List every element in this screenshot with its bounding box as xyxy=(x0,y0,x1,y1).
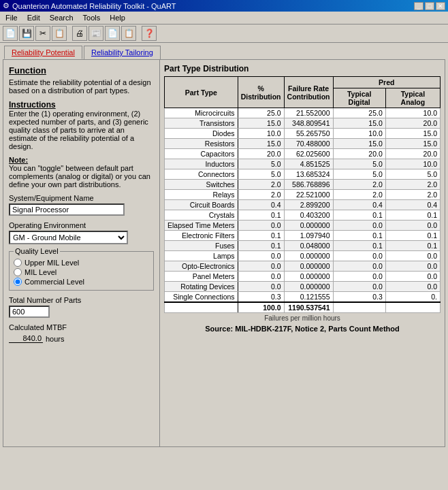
cell-pct: 15.0 xyxy=(238,118,284,129)
cell-part-name: Microcircuits xyxy=(165,108,238,118)
col-typical-analog: Typical Analog xyxy=(385,88,440,108)
part-type-header: Part Type Distribution xyxy=(164,64,441,74)
menu-tools[interactable]: Tools xyxy=(79,12,105,23)
new-button[interactable]: 📄 xyxy=(3,26,18,41)
cell-part-name: Inductors xyxy=(165,159,238,169)
mtbf-group: Calculated MTBF 840.0 hours xyxy=(9,323,154,343)
table-row: Single Connections 0.3 0.121555 0.3 0. xyxy=(165,292,441,303)
total-parts-group: Total Number of Parts xyxy=(9,296,154,318)
function-title: Function xyxy=(9,65,154,76)
cell-dig: 25.0 xyxy=(333,108,385,118)
left-panel: Function Estimate the reliability potent… xyxy=(3,60,160,446)
cell-fr: 4.851525 xyxy=(284,159,333,169)
env-dropdown[interactable]: GM - Ground Mobile xyxy=(9,231,128,244)
cell-dig: 0.0 xyxy=(333,272,385,282)
cell-fr: 13.685324 xyxy=(284,169,333,180)
menu-help[interactable]: Help xyxy=(106,12,129,23)
cell-dig: 5.0 xyxy=(333,159,385,169)
total-parts-label: Total Number of Parts xyxy=(9,296,154,304)
cell-dig: 5.0 xyxy=(333,169,385,180)
cell-ana: 10.0 xyxy=(385,159,440,169)
total-fr: 1190.537541 xyxy=(284,302,333,313)
cell-fr: 0.000000 xyxy=(284,272,333,282)
quality-radio-upper[interactable] xyxy=(14,259,22,267)
mtbf-unit: hours xyxy=(46,335,65,343)
maximize-button[interactable]: □ xyxy=(425,2,434,10)
cell-ana: 0.1 xyxy=(385,241,440,251)
total-parts-input[interactable] xyxy=(9,306,50,318)
cell-pct: 0.0 xyxy=(238,282,284,292)
tabs-row: Reliability Potential Reliability Tailor… xyxy=(0,43,448,59)
cell-fr: 0.048000 xyxy=(284,241,333,251)
cell-ana: 20.0 xyxy=(385,149,440,159)
cell-fr: 586.768896 xyxy=(284,180,333,190)
cell-part-name: Rotating Devices xyxy=(165,282,238,292)
cell-pct: 0.0 xyxy=(238,251,284,261)
table-row: Switches 2.0 586.768896 2.0 2.0 xyxy=(165,180,441,190)
cell-fr: 21.552000 xyxy=(284,108,333,118)
cell-pct: 0.0 xyxy=(238,220,284,231)
app-icon: ⚙ xyxy=(3,1,10,10)
cell-part-name: Electronic Filters xyxy=(165,231,238,241)
cell-part-name: Opto-Electronics xyxy=(165,261,238,272)
cut-button[interactable]: ✂ xyxy=(35,26,50,41)
quality-radio-mil[interactable] xyxy=(14,268,22,276)
print3-button[interactable]: 📄 xyxy=(105,26,120,41)
table-row: Connectors 5.0 13.685324 5.0 5.0 xyxy=(165,169,441,180)
data-table: Part Type %Distribution Failure RateCont… xyxy=(164,76,441,313)
cell-fr: 0.000000 xyxy=(284,220,333,231)
menu-search[interactable]: Search xyxy=(46,12,78,23)
toolbar: 📄 💾 ✂ 📋 🖨 📰 📄 📋 ❓ xyxy=(0,24,448,43)
source-text: Source: MIL-HDBK-217F, Notice 2, Parts C… xyxy=(164,325,441,333)
cell-ana: 0.0 xyxy=(385,272,440,282)
cell-fr: 0.000000 xyxy=(284,261,333,272)
cell-pct: 0.1 xyxy=(238,210,284,220)
total-ana xyxy=(385,302,440,313)
menu-edit[interactable]: Edit xyxy=(23,12,44,23)
note-title: Note: xyxy=(9,156,28,164)
print2-button[interactable]: 📰 xyxy=(89,26,103,41)
cell-ana: 10.0 xyxy=(385,108,440,118)
cell-part-name: Circuit Boards xyxy=(165,200,238,210)
env-label: Operating Environment xyxy=(9,221,154,229)
cell-fr: 2.899200 xyxy=(284,200,333,210)
quality-option-1: MIL Level xyxy=(14,268,149,276)
cell-fr: 348.809541 xyxy=(284,118,333,129)
mtbf-label: Calculated MTBF xyxy=(9,323,154,331)
cell-ana: 0.1 xyxy=(385,210,440,220)
cell-dig: 15.0 xyxy=(333,118,385,129)
help-button[interactable]: ❓ xyxy=(142,26,157,41)
copy-button[interactable]: 📋 xyxy=(52,26,67,41)
main-area: Function Estimate the reliability potent… xyxy=(3,59,445,447)
cell-ana: 0.0 xyxy=(385,282,440,292)
tab-reliability-potential[interactable]: Reliability Potential xyxy=(4,46,82,59)
table-row: Diodes 10.0 55.265750 10.0 15.0 xyxy=(165,129,441,139)
tab-reliability-tailoring[interactable]: Reliability Tailoring xyxy=(84,46,161,59)
cell-ana: 5.0 xyxy=(385,169,440,180)
print4-button[interactable]: 📋 xyxy=(121,26,136,41)
cell-pct: 0.3 xyxy=(238,292,284,303)
quality-group: Quality Level Upper MIL Level MIL Level … xyxy=(9,251,154,291)
table-row: Relays 2.0 22.521000 2.0 2.0 xyxy=(165,190,441,200)
system-name-input[interactable] xyxy=(9,203,125,216)
cell-fr: 55.265750 xyxy=(284,129,333,139)
close-button[interactable]: ✕ xyxy=(436,2,445,10)
cell-dig: 2.0 xyxy=(333,180,385,190)
quality-group-title: Quality Level xyxy=(14,247,60,255)
save-button[interactable]: 💾 xyxy=(19,26,34,41)
quality-radio-commercial[interactable] xyxy=(14,278,22,286)
system-name-label: System/Equipment Name xyxy=(9,194,154,202)
menu-file[interactable]: File xyxy=(1,12,22,23)
print-button[interactable]: 🖨 xyxy=(72,26,87,41)
cell-dig: 10.0 xyxy=(333,129,385,139)
cell-part-name: Lamps xyxy=(165,251,238,261)
cell-pct: 5.0 xyxy=(238,159,284,169)
table-row: Resistors 15.0 70.488000 15.0 15.0 xyxy=(165,139,441,149)
cell-dig: 0.1 xyxy=(333,210,385,220)
cell-part-name: Diodes xyxy=(165,129,238,139)
cell-dig: 0.4 xyxy=(333,200,385,210)
cell-ana: 0.0 xyxy=(385,251,440,261)
cell-fr: 0.403200 xyxy=(284,210,333,220)
table-row: Opto-Electronics 0.0 0.000000 0.0 0.0 xyxy=(165,261,441,272)
minimize-button[interactable]: _ xyxy=(414,2,423,10)
